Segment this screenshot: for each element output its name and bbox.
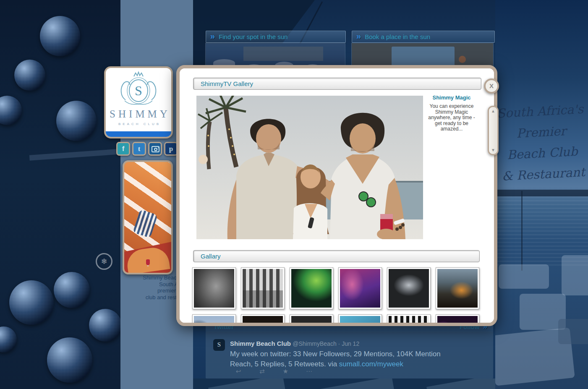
shoreline (495, 190, 588, 196)
tweet-author-name[interactable]: Shimmy Beach Club (230, 340, 291, 347)
tweet-author[interactable]: Shimmy Beach Club @ShimmyBeach · Jun 12 (230, 340, 359, 347)
disco-ball (89, 309, 120, 342)
disco-ball (40, 16, 80, 56)
disco-ball (0, 96, 22, 125)
gallery-thumb-teal-portrait[interactable] (338, 314, 382, 323)
shimmy-crest: S (115, 70, 162, 107)
shimmy-beach-club-page: ❄ » Find your spot in the sun » Book a p… (0, 0, 588, 389)
scroll-down-icon[interactable]: ▼ (489, 148, 497, 152)
aside-title: Shimmy Magic (428, 94, 475, 101)
disco-ball (54, 272, 90, 308)
retweet-icon[interactable]: ⇄ (251, 368, 273, 375)
tweet-link[interactable]: sumall.com/myweek (339, 360, 403, 368)
instagram-icon[interactable] (148, 142, 162, 156)
tweet-actions: ↩ ⇄ ★ ⋯ (227, 368, 320, 375)
modal-title-bar: ShimmyTV Gallery (193, 78, 481, 90)
disco-ball (14, 60, 45, 91)
tweet-handle[interactable]: @ShimmyBeach · Jun 12 (293, 340, 359, 347)
disco-ball (47, 337, 92, 383)
logo-blue-bar (106, 131, 171, 137)
gallery-main-photo[interactable] (196, 96, 423, 239)
tweet-date[interactable]: Jun 12 (342, 340, 359, 347)
railing (29, 149, 120, 160)
social-icons: f t p (116, 142, 180, 156)
gallery-thumb-bw-stripes[interactable] (387, 314, 431, 323)
tweet-line1: My week on twitter: 33 New Followers, 29… (230, 350, 441, 358)
scroll-up-icon[interactable]: ▲ (489, 109, 497, 113)
gallery-thumb-green-party[interactable] (290, 267, 333, 309)
facebook-icon[interactable]: f (116, 142, 130, 156)
tweet-avatar[interactable]: S (213, 339, 225, 351)
chevron-icon: » (210, 31, 215, 41)
panel-label: Find your spot in the sun (219, 33, 287, 40)
modal-scrollbar[interactable]: ▲ ▼ (488, 106, 499, 155)
disco-ball (56, 101, 97, 141)
shimmy-logo-card[interactable]: S SHIMMY BEACH CLUB (104, 66, 173, 138)
gallery-thumb-bw-night[interactable] (290, 314, 333, 323)
svg-text:S: S (135, 83, 142, 98)
chevron-icon: » (356, 31, 361, 41)
gallery-thumb-dark-crowd[interactable] (241, 314, 285, 323)
camera-glyph (152, 146, 159, 152)
panel-label: Book a place in the sun (365, 33, 430, 40)
panel-header-find-your-spot[interactable]: » Find your spot in the sun (206, 31, 346, 43)
disco-ball (9, 280, 54, 325)
ottoman (558, 319, 588, 344)
twitter-icon[interactable]: t (132, 142, 146, 156)
shimmytv-gallery-modal: X ▲ ▼ ShimmyTV Gallery (176, 65, 497, 326)
brand-subtitle: BEACH CLUB (106, 122, 171, 126)
reply-icon[interactable]: ↩ (227, 368, 249, 375)
sidebar-photo-sunbathers[interactable] (123, 160, 173, 274)
tagline-handwriting: South Africa's Premier Beach Club & Rest… (495, 99, 588, 187)
gallery-thumb-bw-catwalk[interactable] (192, 267, 236, 309)
background-sea-photo (495, 0, 588, 389)
gallery-thumb-venue-dusk[interactable] (436, 267, 479, 309)
snowflake-icon: ❄ (96, 253, 112, 270)
tweet-line2: Reach, 5 Replies, 5 Retweets. via (230, 360, 339, 368)
bottom-photo-strip (193, 379, 495, 389)
favorite-star-icon[interactable]: ★ (274, 368, 296, 375)
tweet-handle-text[interactable]: @ShimmyBeach (293, 340, 336, 347)
club-building (243, 47, 323, 61)
aside-body: You can experience Shimmy Magic anywhere… (428, 104, 475, 132)
wine-glass (146, 259, 150, 265)
gallery-thumb-sky-palm[interactable] (192, 314, 236, 323)
lounge-sofa (562, 255, 588, 295)
tweet-separator: · (338, 340, 340, 347)
modal-title: ShimmyTV Gallery (201, 80, 253, 87)
gallery-thumb-champagne-bucket[interactable] (387, 267, 431, 309)
orange-umbrella (459, 56, 466, 63)
brand-name: SHIMMY (106, 108, 171, 120)
gallery-thumb-striped-bar[interactable] (241, 267, 285, 309)
gallery-thumb-purple-night[interactable] (436, 314, 479, 323)
modal-content: ShimmyTV Gallery (180, 68, 494, 323)
panel-header-book-a-place[interactable]: » Book a place in the sun (352, 31, 495, 43)
tweet-card: S Shimmy Beach Club @ShimmyBeach · Jun 1… (206, 332, 493, 379)
disco-ball (0, 326, 17, 352)
shimmy-magic-aside: Shimmy Magic You can experience Shimmy M… (428, 94, 475, 132)
flag-pole (521, 191, 523, 271)
gallery-title-bar: Gallary (193, 250, 480, 262)
gallery-title: Gallary (201, 253, 221, 260)
gallery-thumb-fashion-show[interactable] (338, 267, 382, 309)
background-club-photo: ❄ (0, 0, 120, 389)
close-button[interactable]: X (484, 78, 499, 94)
lounge-sofa (499, 264, 549, 289)
more-icon[interactable]: ⋯ (298, 368, 320, 375)
tweet-text: My week on twitter: 33 New Followers, 29… (230, 349, 482, 369)
